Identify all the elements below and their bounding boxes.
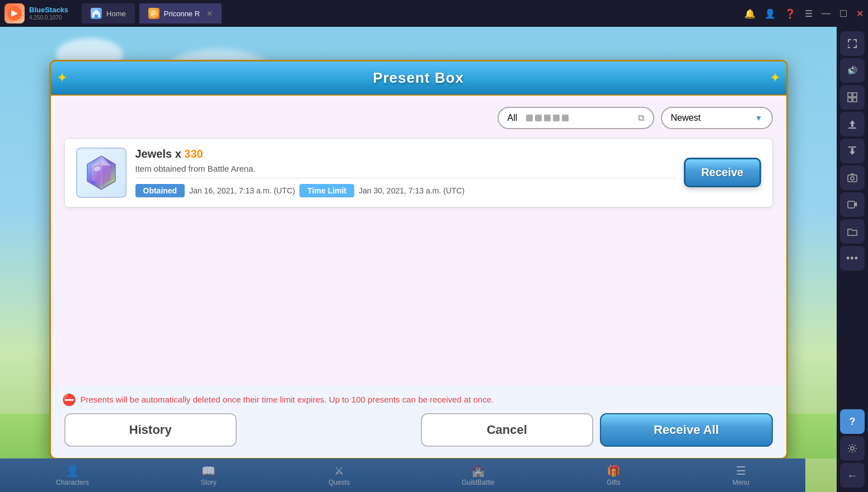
filter-sort-dropdown[interactable]: Newest ▼ bbox=[661, 107, 773, 129]
video-sidebar-button[interactable] bbox=[840, 192, 865, 217]
quests-nav-label: Quests bbox=[329, 479, 350, 486]
right-sidebar: 🔊 ••• ? ← bbox=[837, 27, 868, 492]
bottom-nav: 👤 Characters 📖 Story ⚔ Quests 🏰 GuildBat… bbox=[0, 458, 805, 492]
notification-icon[interactable]: 🔔 bbox=[744, 8, 756, 19]
timelimit-date: Jan 30, 2021, 7:13 a.m. (UTC) bbox=[359, 186, 465, 195]
nav-menu[interactable]: ☰ Menu bbox=[733, 464, 749, 486]
menu-nav-label: Menu bbox=[733, 479, 749, 486]
minimize-button[interactable]: — bbox=[822, 8, 831, 18]
svg-rect-18 bbox=[848, 201, 855, 208]
svg-text:P: P bbox=[151, 10, 156, 18]
game-background: ✦ Present Box ✦ All bbox=[0, 27, 837, 492]
filter-copy-icon[interactable]: ⧉ bbox=[638, 113, 644, 123]
svg-rect-16 bbox=[848, 175, 857, 182]
filter-bar: All ⧉ Newest ▼ bbox=[64, 107, 773, 129]
item-dates: Obtained Jan 16, 2021, 7:13 a.m. (UTC) T… bbox=[135, 184, 675, 197]
gifts-nav-icon: 🎁 bbox=[607, 464, 621, 477]
header-ornament-right: ✦ bbox=[770, 70, 781, 86]
tab-home[interactable]: Home bbox=[82, 3, 135, 23]
folder-sidebar-button[interactable] bbox=[840, 219, 865, 244]
home-tab-label: Home bbox=[106, 10, 126, 18]
account-icon[interactable]: 👤 bbox=[764, 8, 776, 19]
guildbattle-nav-icon: 🏰 bbox=[471, 464, 485, 477]
warning-bar: ⛔ Presents will be automatically deleted… bbox=[51, 386, 786, 413]
item-count: 330 bbox=[184, 148, 203, 160]
guildbattle-nav-label: GuildBattle bbox=[462, 479, 495, 486]
svg-point-17 bbox=[851, 177, 854, 180]
story-nav-label: Story bbox=[201, 479, 217, 486]
modal-body: All ⧉ Newest ▼ bbox=[51, 96, 786, 386]
modal-footer: History Cancel Receive All bbox=[51, 413, 786, 458]
warning-icon: ⛔ bbox=[62, 393, 76, 406]
filter-sort-label: Newest bbox=[671, 113, 701, 123]
filter-all-label: All bbox=[508, 113, 518, 123]
item-info: Jewels x 330 Item obtained from Battle A… bbox=[135, 148, 675, 197]
modal-header: ✦ Present Box ✦ bbox=[51, 62, 786, 96]
story-nav-icon: 📖 bbox=[201, 464, 215, 477]
help-sidebar-button[interactable]: ? bbox=[840, 409, 865, 434]
timelimit-badge: Time Limit bbox=[299, 184, 354, 197]
nav-guildbattle[interactable]: 🏰 GuildBattle bbox=[462, 464, 495, 486]
brand-name: BlueStacks bbox=[29, 6, 68, 14]
modal-overlay: ✦ Present Box ✦ All bbox=[0, 27, 837, 492]
maximize-button[interactable]: ☐ bbox=[839, 8, 847, 19]
item-icon-container bbox=[76, 148, 126, 198]
svg-rect-13 bbox=[853, 93, 857, 97]
menu-icon[interactable]: ☰ bbox=[805, 8, 813, 19]
fullscreen-sidebar-button[interactable] bbox=[840, 31, 865, 56]
history-button[interactable]: History bbox=[64, 413, 237, 447]
settings-sidebar-button[interactable] bbox=[840, 436, 865, 461]
tab-priconne[interactable]: P Priconne R ✕ bbox=[139, 3, 222, 23]
filter-all-dropdown[interactable]: All ⧉ bbox=[498, 107, 654, 129]
close-button[interactable]: ✕ bbox=[856, 8, 864, 19]
back-sidebar-button[interactable]: ← bbox=[840, 463, 865, 488]
game-tab-icon: P bbox=[148, 8, 159, 19]
download-sidebar-button[interactable] bbox=[840, 139, 865, 163]
svg-point-19 bbox=[851, 447, 854, 450]
present-box-modal: ✦ Present Box ✦ All bbox=[49, 60, 788, 460]
receive-button[interactable]: Receive bbox=[684, 158, 761, 187]
nav-story[interactable]: 📖 Story bbox=[201, 464, 217, 486]
modal-title: Present Box bbox=[373, 69, 464, 86]
header-ornament-left: ✦ bbox=[57, 70, 68, 86]
help-icon[interactable]: ❓ bbox=[785, 8, 796, 19]
gifts-nav-label: Gifts bbox=[607, 479, 621, 486]
bluestacks-logo bbox=[4, 3, 25, 23]
more-sidebar-button[interactable]: ••• bbox=[840, 246, 865, 271]
nav-quests[interactable]: ⚔ Quests bbox=[329, 464, 350, 486]
brand-version: 4.250.0.1070 bbox=[29, 15, 68, 21]
svg-rect-14 bbox=[848, 98, 852, 102]
menu-nav-icon: ☰ bbox=[736, 464, 746, 477]
characters-nav-label: Characters bbox=[56, 479, 89, 486]
screenshot-sidebar-button[interactable] bbox=[840, 165, 865, 190]
priconne-tab-label: Priconne R bbox=[164, 10, 200, 18]
grid-sidebar-button[interactable] bbox=[840, 85, 865, 110]
nav-gifts[interactable]: 🎁 Gifts bbox=[607, 464, 621, 486]
obtained-date: Jan 16, 2021, 7:13 a.m. (UTC) bbox=[189, 186, 295, 195]
volume-sidebar-button[interactable]: 🔊 bbox=[840, 58, 865, 83]
present-card: Jewels x 330 Item obtained from Battle A… bbox=[64, 138, 773, 207]
quests-nav-icon: ⚔ bbox=[334, 464, 344, 477]
warning-text: Presents will be automatically deleted o… bbox=[81, 395, 494, 404]
svg-rect-15 bbox=[853, 98, 857, 102]
dropdown-arrow-icon: ▼ bbox=[755, 113, 763, 122]
characters-nav-icon: 👤 bbox=[65, 464, 79, 477]
titlebar: BlueStacks 4.250.0.1070 Home P Priconne … bbox=[0, 0, 868, 27]
upload-sidebar-button[interactable] bbox=[840, 112, 865, 136]
obtained-badge: Obtained bbox=[135, 184, 185, 197]
svg-text:🔊: 🔊 bbox=[848, 66, 858, 75]
close-tab-button[interactable]: ✕ bbox=[207, 10, 213, 18]
svg-rect-2 bbox=[95, 15, 98, 17]
gem-icon bbox=[82, 153, 121, 192]
home-tab-icon bbox=[91, 8, 102, 19]
cancel-button[interactable]: Cancel bbox=[421, 413, 594, 447]
svg-rect-12 bbox=[848, 93, 852, 97]
item-description: Item obtained from Battle Arena. bbox=[135, 164, 675, 178]
receive-all-button[interactable]: Receive All bbox=[600, 413, 773, 447]
nav-characters[interactable]: 👤 Characters bbox=[56, 464, 89, 486]
item-name: Jewels x 330 bbox=[135, 148, 675, 160]
